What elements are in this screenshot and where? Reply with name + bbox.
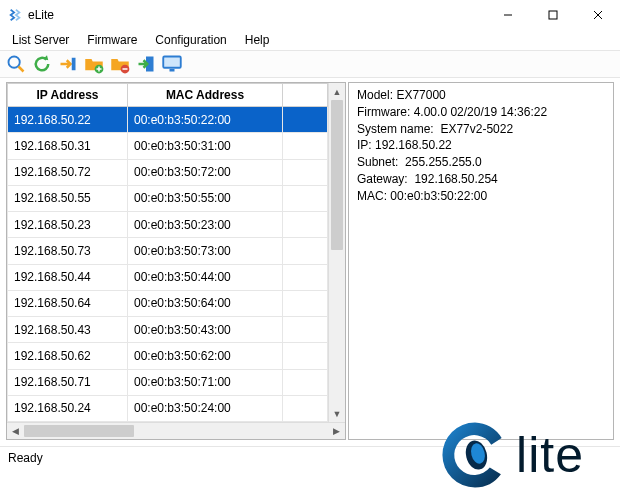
export-icon[interactable]	[58, 54, 78, 74]
status-text: Ready	[8, 451, 43, 465]
scroll-up-arrow[interactable]: ▲	[329, 83, 345, 100]
cell-ip: 192.168.50.72	[8, 159, 128, 185]
statusbar: Ready	[0, 446, 620, 468]
svg-rect-10	[163, 57, 181, 68]
folder-add-icon[interactable]	[84, 54, 104, 74]
menubar: List Server Firmware Configuration Help	[0, 30, 620, 50]
cell-ip: 192.168.50.71	[8, 369, 128, 395]
detail-firmware-label: Firmware:	[357, 105, 410, 119]
cell-mac: 00:e0:b3:50:72:00	[128, 159, 283, 185]
cell-mac: 00:e0:b3:50:73:00	[128, 238, 283, 264]
table-row[interactable]: 192.168.50.3100:e0:b3:50:31:00	[8, 133, 328, 159]
maximize-button[interactable]	[530, 0, 575, 30]
detail-gateway-label: Gateway:	[357, 172, 408, 186]
table-row[interactable]: 192.168.50.2400:e0:b3:50:24:00	[8, 395, 328, 421]
horizontal-scrollbar[interactable]: ◀ ▶	[7, 422, 345, 439]
window-controls	[485, 0, 620, 30]
minimize-button[interactable]	[485, 0, 530, 30]
detail-subnet: 255.255.255.0	[405, 155, 482, 169]
table-row[interactable]: 192.168.50.4300:e0:b3:50:43:00	[8, 317, 328, 343]
scroll-down-arrow[interactable]: ▼	[329, 405, 345, 422]
close-button[interactable]	[575, 0, 620, 30]
cell-extra	[283, 238, 328, 264]
cell-mac: 00:e0:b3:50:31:00	[128, 133, 283, 159]
table-header-row: IP Address MAC Address	[8, 84, 328, 107]
table-row[interactable]: 192.168.50.7300:e0:b3:50:73:00	[8, 238, 328, 264]
menu-list-server[interactable]: List Server	[4, 32, 77, 48]
search-icon[interactable]	[6, 54, 26, 74]
detail-subnet-label: Subnet:	[357, 155, 398, 169]
hscroll-thumb[interactable]	[24, 425, 134, 437]
cell-ip: 192.168.50.44	[8, 264, 128, 290]
detail-model-label: Model:	[357, 88, 393, 102]
cell-ip: 192.168.50.55	[8, 185, 128, 211]
menu-firmware[interactable]: Firmware	[79, 32, 145, 48]
cell-extra	[283, 107, 328, 133]
menu-help[interactable]: Help	[237, 32, 278, 48]
cell-extra	[283, 343, 328, 369]
vertical-scrollbar[interactable]: ▲ ▼	[328, 83, 345, 422]
table-row[interactable]: 192.168.50.6200:e0:b3:50:62:00	[8, 343, 328, 369]
col-ip[interactable]: IP Address	[8, 84, 128, 107]
detail-ip-label: IP:	[357, 138, 372, 152]
detail-model: EX77000	[396, 88, 445, 102]
cell-ip: 192.168.50.24	[8, 395, 128, 421]
cell-extra	[283, 264, 328, 290]
cell-ip: 192.168.50.73	[8, 238, 128, 264]
detail-ip: 192.168.50.22	[375, 138, 452, 152]
cell-mac: 00:e0:b3:50:55:00	[128, 185, 283, 211]
cell-mac: 00:e0:b3:50:43:00	[128, 317, 283, 343]
svg-rect-6	[72, 58, 76, 71]
cell-extra	[283, 212, 328, 238]
detail-firmware: 4.00.0 02/20/19 14:36:22	[414, 105, 547, 119]
cell-mac: 00:e0:b3:50:64:00	[128, 290, 283, 316]
cell-extra	[283, 159, 328, 185]
cell-extra	[283, 290, 328, 316]
menu-configuration[interactable]: Configuration	[147, 32, 234, 48]
svg-point-4	[9, 57, 20, 68]
table-row[interactable]: 192.168.50.6400:e0:b3:50:64:00	[8, 290, 328, 316]
table-row[interactable]: 192.168.50.4400:e0:b3:50:44:00	[8, 264, 328, 290]
cell-extra	[283, 395, 328, 421]
table-row[interactable]: 192.168.50.5500:e0:b3:50:55:00	[8, 185, 328, 211]
scroll-thumb[interactable]	[331, 100, 343, 250]
cell-mac: 00:e0:b3:50:62:00	[128, 343, 283, 369]
detail-mac: 00:e0:b3:50:22:00	[390, 189, 487, 203]
table-row[interactable]: 192.168.50.2200:e0:b3:50:22:00	[8, 107, 328, 133]
cell-mac: 00:e0:b3:50:24:00	[128, 395, 283, 421]
col-mac[interactable]: MAC Address	[128, 84, 283, 107]
app-icon	[8, 8, 22, 22]
detail-mac-label: MAC:	[357, 189, 387, 203]
table-row[interactable]: 192.168.50.2300:e0:b3:50:23:00	[8, 212, 328, 238]
cell-ip: 192.168.50.23	[8, 212, 128, 238]
cell-mac: 00:e0:b3:50:71:00	[128, 369, 283, 395]
folder-remove-icon[interactable]	[110, 54, 130, 74]
cell-ip: 192.168.50.64	[8, 290, 128, 316]
cell-mac: 00:e0:b3:50:44:00	[128, 264, 283, 290]
cell-mac: 00:e0:b3:50:23:00	[128, 212, 283, 238]
device-table: IP Address MAC Address 192.168.50.2200:e…	[7, 83, 328, 422]
detail-sysname-label: System name:	[357, 122, 434, 136]
cell-mac: 00:e0:b3:50:22:00	[128, 107, 283, 133]
cell-extra	[283, 317, 328, 343]
refresh-icon[interactable]	[32, 54, 52, 74]
scroll-left-arrow[interactable]: ◀	[7, 423, 24, 439]
table-row[interactable]: 192.168.50.7100:e0:b3:50:71:00	[8, 369, 328, 395]
cell-extra	[283, 369, 328, 395]
detail-gateway: 192.168.50.254	[414, 172, 497, 186]
scroll-right-arrow[interactable]: ▶	[328, 423, 345, 439]
cell-ip: 192.168.50.62	[8, 343, 128, 369]
col-extra[interactable]	[283, 84, 328, 107]
titlebar: eLite	[0, 0, 620, 30]
login-icon[interactable]	[136, 54, 156, 74]
cell-extra	[283, 133, 328, 159]
table-row[interactable]: 192.168.50.7200:e0:b3:50:72:00	[8, 159, 328, 185]
toolbar	[0, 50, 620, 78]
svg-rect-1	[549, 11, 557, 19]
details-pane: Model: EX77000 Firmware: 4.00.0 02/20/19…	[348, 82, 614, 440]
app-window: eLite List Server Firmware Configuration…	[0, 0, 620, 500]
monitor-icon[interactable]	[162, 54, 182, 74]
cell-ip: 192.168.50.22	[8, 107, 128, 133]
window-title: eLite	[28, 8, 485, 22]
detail-sysname: EX77v2-5022	[440, 122, 513, 136]
